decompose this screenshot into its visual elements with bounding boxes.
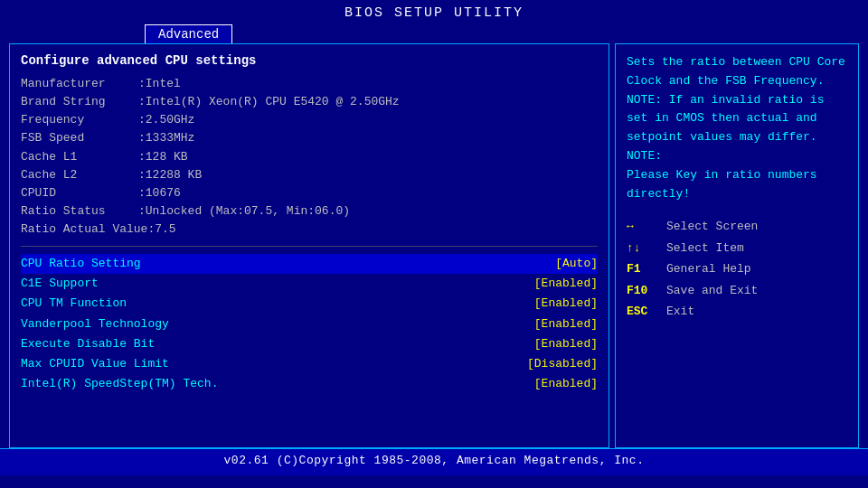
setting-value: [Enabled]	[534, 274, 598, 294]
cpu-info-section: Manufacturer:IntelBrand String:Intel(R) …	[21, 75, 598, 247]
info-rows: Manufacturer:IntelBrand String:Intel(R) …	[21, 75, 598, 239]
info-value: :2.50GHz	[138, 111, 194, 129]
info-value: :1333MHz	[138, 129, 194, 147]
settings-section: CPU Ratio Setting[Auto]C1E Support[Enabl…	[21, 254, 598, 394]
footer-bar: v02.61 (C)Copyright 1985-2008, American …	[0, 448, 868, 475]
setting-value: [Enabled]	[534, 294, 598, 314]
setting-value: [Enabled]	[534, 314, 598, 334]
right-panel: Sets the ratio between CPU Core Clock an…	[615, 43, 859, 448]
help-line: Sets the ratio between CPU Core Clock an…	[627, 53, 847, 91]
setting-label: Execute Disable Bit	[21, 334, 155, 354]
setting-row[interactable]: Execute Disable Bit[Enabled]	[21, 334, 598, 354]
info-label: Frequency	[21, 111, 138, 129]
info-label: Manufacturer	[21, 75, 138, 93]
help-line: NOTE:	[627, 147, 847, 166]
setting-label: C1E Support	[21, 274, 99, 294]
tab-row: Advanced	[0, 24, 868, 43]
key-label: ↔	[627, 216, 666, 237]
setting-label: Intel(R) SpeedStep(TM) Tech.	[21, 374, 218, 394]
section-heading: Configure advanced CPU settings	[21, 53, 598, 68]
setting-row[interactable]: Intel(R) SpeedStep(TM) Tech.[Enabled]	[21, 374, 598, 394]
info-label: CPUID	[21, 184, 138, 202]
key-help-section: ↔Select Screen↑↓Select ItemF1General Hel…	[627, 216, 847, 322]
info-value: :10676	[138, 184, 181, 202]
setting-row[interactable]: Vanderpool Technology[Enabled]	[21, 314, 598, 334]
help-line: Please Key in ratio numbers directly!	[627, 166, 847, 204]
info-value: :128 KB	[138, 148, 188, 166]
info-row: Ratio Actual Value:7.5	[21, 221, 598, 239]
key-help-row: F1General Help	[627, 258, 847, 279]
key-help-row: ESCExit	[627, 301, 847, 322]
info-value: :Intel	[138, 75, 181, 93]
key-label: F1	[627, 258, 666, 279]
left-panel: Configure advanced CPU settings Manufact…	[9, 43, 609, 448]
key-label: ESC	[627, 301, 666, 322]
setting-row[interactable]: C1E Support[Enabled]	[21, 274, 598, 294]
key-description: Save and Exit	[666, 280, 758, 301]
info-label: Ratio Actual Value	[21, 221, 147, 239]
info-label: Brand String	[21, 93, 138, 111]
tab-advanced[interactable]: Advanced	[145, 24, 232, 43]
help-text: Sets the ratio between CPU Core Clock an…	[627, 53, 847, 203]
setting-label: CPU Ratio Setting	[21, 254, 141, 274]
key-help-row: F10Save and Exit	[627, 280, 847, 301]
title-text: BIOS SETUP UTILITY	[344, 5, 524, 21]
setting-value: [Enabled]	[534, 374, 598, 394]
info-value: :7.5	[147, 221, 175, 239]
info-row: Frequency:2.50GHz	[21, 111, 598, 129]
info-row: Cache L1:128 KB	[21, 148, 598, 166]
info-label: Cache L2	[21, 166, 138, 184]
main-content: Configure advanced CPU settings Manufact…	[0, 43, 868, 448]
info-row: Ratio Status:Unlocked (Max:07.5, Min:06.…	[21, 202, 598, 221]
info-value: :Unlocked (Max:07.5, Min:06.0)	[138, 202, 350, 221]
info-label: FSB Speed	[21, 129, 138, 147]
key-help-row: ↑↓Select Item	[627, 238, 847, 258]
info-label: Ratio Status	[21, 202, 138, 221]
info-label: Cache L1	[21, 148, 138, 166]
bios-title: BIOS SETUP UTILITY	[0, 0, 868, 24]
key-description: Select Screen	[666, 216, 758, 237]
info-row: FSB Speed:1333MHz	[21, 129, 598, 147]
key-description: Select Item	[666, 238, 744, 258]
key-help-row: ↔Select Screen	[627, 216, 847, 237]
info-row: Manufacturer:Intel	[21, 75, 598, 93]
setting-label: Max CPUID Value Limit	[21, 354, 169, 374]
key-label: ↑↓	[627, 238, 666, 258]
setting-value: [Auto]	[555, 254, 598, 274]
setting-value: [Enabled]	[534, 334, 598, 354]
info-value: :12288 KB	[138, 166, 202, 184]
help-line: NOTE: If an invalid ratio is set in CMOS…	[627, 91, 847, 147]
info-row: Brand String:Intel(R) Xeon(R) CPU E5420 …	[21, 93, 598, 111]
info-value: :Intel(R) Xeon(R) CPU E5420 @ 2.50GHz	[138, 93, 400, 111]
setting-value: [Disabled]	[527, 354, 598, 374]
key-description: General Help	[666, 258, 751, 279]
setting-row[interactable]: Max CPUID Value Limit[Disabled]	[21, 354, 598, 374]
setting-label: Vanderpool Technology	[21, 314, 169, 334]
info-row: Cache L2:12288 KB	[21, 166, 598, 184]
info-row: CPUID:10676	[21, 184, 598, 202]
setting-label: CPU TM Function	[21, 294, 127, 314]
setting-row[interactable]: CPU Ratio Setting[Auto]	[21, 254, 598, 274]
key-label: F10	[627, 280, 666, 301]
footer-text: v02.61 (C)Copyright 1985-2008, American …	[224, 454, 645, 467]
key-description: Exit	[666, 301, 694, 322]
setting-row[interactable]: CPU TM Function[Enabled]	[21, 294, 598, 314]
